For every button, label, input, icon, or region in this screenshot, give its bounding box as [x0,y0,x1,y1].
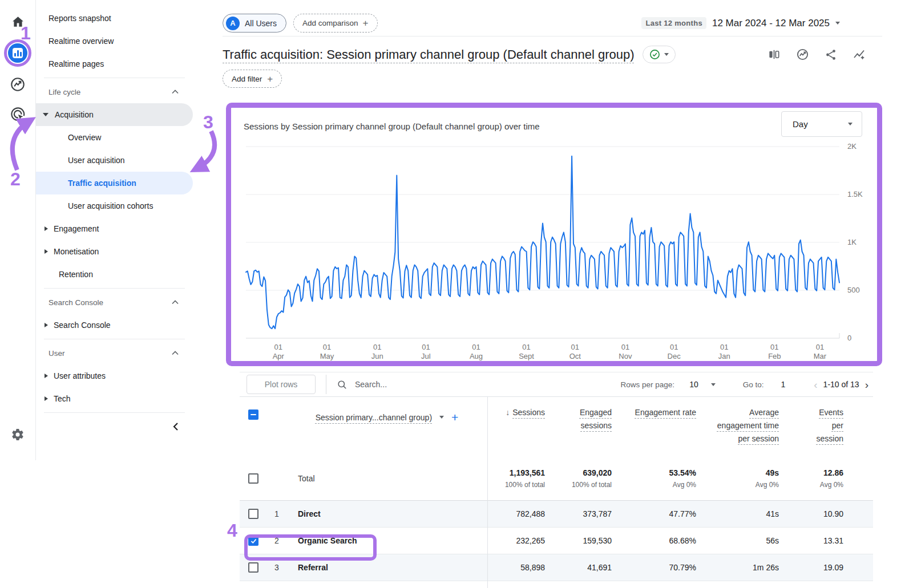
svg-text:2K: 2K [847,142,857,151]
date-range-picker[interactable]: Last 12 months 12 Mar 2024 - 12 Mar 2025 [641,17,873,29]
sidebar-item-monetisation[interactable]: Monetisation [36,240,193,263]
plus-icon: + [267,74,273,84]
svg-text:1.5K: 1.5K [847,190,863,198]
sidebar-section-life-cycle[interactable]: Life cycle [36,80,193,103]
add-dimension-icon[interactable]: + [451,411,458,423]
svg-text:Aug: Aug [470,352,483,360]
svg-text:01: 01 [816,343,824,351]
svg-text:01: 01 [274,343,282,351]
table-search-input[interactable]: Search... [337,379,387,390]
traffic-acquisition-table: Plot rows Search... Rows per page: 10 Go… [240,372,873,581]
cell-engaged: 159,530 [545,536,612,545]
sidebar-section-search-console[interactable]: Search Console [36,291,193,314]
sidebar-item-search-console[interactable]: Search Console [36,314,193,336]
sessions-line-chart[interactable]: 05001K1.5K2K01Apr01May01Jun01Jul01Aug01S… [241,141,871,362]
channel-name: Organic Search [286,536,487,545]
sort-descending-icon: ↓ [506,406,510,419]
svg-text:May: May [320,352,334,360]
reports-icon[interactable] [0,43,35,63]
collapsed-triangle-icon [45,374,48,378]
chevron-down-icon [835,22,840,25]
cell-engaged: 373,787 [545,509,612,518]
row-number: 3 [267,563,286,572]
sidebar-item-engagement[interactable]: Engagement [36,217,193,240]
chevron-down-icon[interactable] [439,416,444,419]
sidebar-item-user-acquisition[interactable]: User acquisition [36,149,193,172]
svg-text:1K: 1K [847,238,857,246]
plus-icon: + [363,18,369,28]
sidebar-item-label: Overview [68,133,101,142]
svg-text:Oct: Oct [569,352,581,360]
edit-comparisons-icon[interactable] [767,48,781,61]
sidebar-item-reports-snapshot[interactable]: Reports snapshot [36,7,193,30]
add-filter-button[interactable]: Add filter + [223,70,282,88]
column-header-sessions[interactable]: ↓Sessions [487,406,545,419]
total-engaged-sub: 100% of total [545,481,612,489]
go-to-value[interactable]: 1 [781,380,785,389]
total-sessions-sub: 100% of total [487,481,545,489]
cell-avg-time: 41s [696,509,779,518]
sidebar-item-traffic-acquisition-selected[interactable]: Traffic acquisition [36,172,193,194]
sidebar-divider [44,78,185,78]
report-toolbar [767,48,876,62]
sidebar-item-user-attributes[interactable]: User attributes [36,364,193,387]
sidebar-item-retention[interactable]: Retention [36,263,193,286]
column-header-avg-engagement-time[interactable]: Average engagement time per session [696,406,779,445]
select-all-checkbox[interactable] [248,409,258,420]
share-icon[interactable] [825,48,837,61]
chevron-up-icon [171,298,179,307]
table-row-referral: 3 Referral 58,898 41,691 70.79% 1m 26s 1… [240,554,873,581]
previous-page-icon[interactable]: ‹ [811,379,819,390]
table-row-direct: 1 Direct 782,488 373,787 47.77% 41s 10.9… [240,501,873,528]
dimension-column-header[interactable]: Session primary...channel group) [316,413,432,422]
svg-text:Jul: Jul [421,352,431,360]
all-users-chip[interactable]: A All Users [223,14,286,33]
annotation-step-3: 3 [203,112,213,133]
svg-text:01: 01 [323,343,331,351]
total-sessions: 1,193,561 [487,468,545,477]
explore-icon[interactable] [0,76,35,92]
svg-text:Jan: Jan [718,352,730,360]
sidebar-divider [44,339,185,339]
svg-text:Dec: Dec [668,352,681,360]
cell-sessions: 58,898 [487,563,545,572]
cell-avg-time: 56s [696,536,779,545]
next-page-icon[interactable]: › [863,379,871,390]
sidebar-item-tech[interactable]: Tech [36,387,193,410]
row-checkbox[interactable] [248,473,258,484]
column-header-engaged-sessions[interactable]: Engaged sessions [545,406,612,432]
row-checkbox-checked[interactable] [248,536,258,546]
rows-per-page-value[interactable]: 10 [689,380,698,389]
column-header-events-per-session[interactable]: Events per session [779,406,843,445]
sparkline-insights-icon[interactable] [853,48,866,62]
row-checkbox[interactable] [248,509,258,519]
chevron-down-icon[interactable] [711,383,716,386]
settings-gear-icon[interactable] [0,428,35,441]
controls-divider [326,375,326,394]
add-comparison-button[interactable]: Add comparison + [293,14,378,33]
pagination-range: 1-10 of 13 [823,380,859,389]
svg-text:01: 01 [373,343,381,351]
home-icon[interactable] [0,15,35,29]
total-label: Total [286,474,487,483]
advertising-icon[interactable] [0,106,35,123]
page-title[interactable]: Traffic acquisition: Session primary cha… [223,47,635,62]
sidebar-section-user[interactable]: User [36,342,193,364]
granularity-select[interactable]: Day [781,111,862,137]
sidebar-item-overview[interactable]: Overview [36,126,193,149]
insights-icon[interactable] [796,48,809,61]
sidebar-item-realtime-pages[interactable]: Realtime pages [36,52,193,75]
sidebar-item-realtime-overview[interactable]: Realtime overview [36,30,193,52]
data-quality-badge[interactable] [643,46,676,63]
column-header-engagement-rate[interactable]: Engagement rate [612,406,696,419]
sidebar-item-acquisition[interactable]: Acquisition [36,103,193,126]
collapse-sidebar-icon[interactable] [171,421,180,434]
sidebar-item-label: User acquisition [68,156,125,165]
reports-sidebar: Reports snapshot Realtime overview Realt… [36,7,193,440]
search-icon [337,379,348,390]
search-placeholder: Search... [355,380,387,389]
sidebar-item-user-acquisition-cohorts[interactable]: User acquisition cohorts [36,194,193,217]
plot-rows-button[interactable]: Plot rows [247,375,316,394]
cell-rate: 47.77% [612,509,696,518]
row-checkbox[interactable] [248,562,258,573]
